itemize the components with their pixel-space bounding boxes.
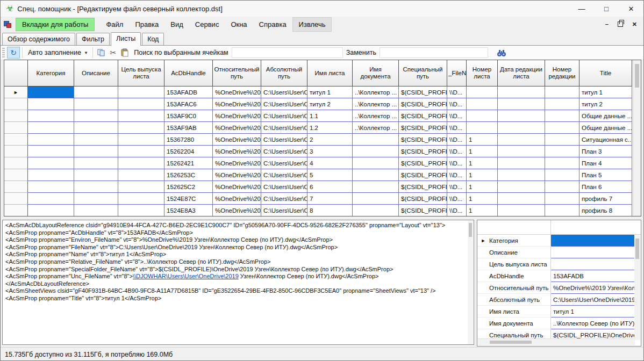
cell-abs_path[interactable]: C:\Users\User\O... <box>261 193 307 205</box>
cell-rev_date[interactable] <box>498 146 545 157</box>
cell-handle[interactable]: 1524E87C <box>164 193 213 205</box>
cell-category[interactable] <box>28 157 74 169</box>
cell-file_n[interactable]: \\D... <box>447 86 467 98</box>
cell-sheet_num[interactable]: 1 <box>467 181 498 193</box>
cell-rev_date[interactable] <box>498 134 545 146</box>
cell-sheet_num[interactable]: 1 <box>467 146 498 157</box>
column-header-5[interactable]: Абсолютный путь <box>261 60 307 86</box>
column-header-7[interactable]: Имя документа <box>353 60 399 86</box>
cell-title[interactable]: Ситуационная с... <box>579 134 632 146</box>
cell-description[interactable] <box>74 157 118 169</box>
cell-handle[interactable]: 152625C2 <box>164 181 213 193</box>
cell-category[interactable] <box>28 193 74 205</box>
cell-title[interactable]: профиль 7 <box>579 193 632 205</box>
cell-doc_name[interactable] <box>353 181 399 193</box>
cell-abs_path[interactable]: C:\Users\User\O... <box>261 122 307 134</box>
cell-sheet_name[interactable]: 8 <box>307 205 353 216</box>
scrollbar-thumb[interactable] <box>490 341 532 344</box>
row-selector[interactable] <box>4 157 28 169</box>
cell-doc_name[interactable]: ..\Коллектор ... <box>353 86 399 98</box>
find-button[interactable] <box>496 47 507 58</box>
cell-rel_path[interactable]: %OneDrive%\20... <box>213 86 261 98</box>
cell-file_n[interactable]: \\D... <box>447 134 467 146</box>
cell-file_n[interactable]: \\D... <box>447 169 467 181</box>
cell-special_path[interactable]: $(CSIDL_PROFI... <box>399 181 447 193</box>
cell-description[interactable] <box>74 98 118 110</box>
property-value[interactable]: 153AFADB <box>551 270 634 282</box>
column-header-2[interactable]: Цель выпуска листа <box>118 60 164 86</box>
cell-special_path[interactable]: $(CSIDL_PROFI... <box>399 134 447 146</box>
cell-file_n[interactable]: \\D... <box>447 110 467 122</box>
cell-sheet_num[interactable]: 1 <box>467 157 498 169</box>
property-value[interactable]: C:\Users\User\OneDrive\2019 <box>551 294 634 306</box>
grid-corner-cell[interactable] <box>4 60 28 86</box>
autofill-dropdown[interactable]: Авто заполнение ▾ <box>25 47 90 58</box>
cell-description[interactable] <box>74 122 118 134</box>
cell-rel_path[interactable]: %OneDrive%\20... <box>213 98 261 110</box>
cell-special_path[interactable]: $(CSIDL_PROFI... <box>399 86 447 98</box>
cell-purpose[interactable] <box>118 134 164 146</box>
cell-doc_name[interactable] <box>353 134 399 146</box>
cell-description[interactable] <box>74 146 118 157</box>
cell-handle[interactable]: 15262204 <box>164 146 213 157</box>
cell-category[interactable] <box>28 146 74 157</box>
property-row-selector[interactable] <box>477 247 489 258</box>
cell-purpose[interactable] <box>118 181 164 193</box>
cell-category[interactable] <box>28 169 74 181</box>
property-value[interactable] <box>551 247 634 258</box>
row-selector[interactable] <box>4 146 28 157</box>
cell-abs_path[interactable]: C:\Users\User\O... <box>261 86 307 98</box>
cell-purpose[interactable] <box>118 157 164 169</box>
cell-abs_path[interactable]: C:\Users\User\O... <box>261 169 307 181</box>
cell-rel_path[interactable]: %OneDrive%\20... <box>213 110 261 122</box>
cell-rev_num[interactable] <box>545 134 579 146</box>
cell-doc_name[interactable]: ..\Коллектор ... <box>353 98 399 110</box>
cell-rel_path[interactable]: %OneDrive%\20... <box>213 134 261 146</box>
cell-purpose[interactable] <box>118 86 164 98</box>
column-header-6[interactable]: Имя листа <box>307 60 353 86</box>
tab-3[interactable]: Код <box>142 33 164 45</box>
row-selector[interactable] <box>4 181 28 193</box>
property-row-selector[interactable] <box>477 270 489 282</box>
cell-title[interactable]: титул 1 <box>579 86 632 98</box>
property-row-selector[interactable] <box>477 306 489 317</box>
column-header-8[interactable]: Специальный путь <box>399 60 447 86</box>
column-header-3[interactable]: AcDbHandle <box>164 60 213 86</box>
cell-sheet_name[interactable]: титул 2 <box>307 98 353 110</box>
cell-category[interactable] <box>28 122 74 134</box>
cell-purpose[interactable] <box>118 146 164 157</box>
cell-title[interactable]: профиль 8 <box>579 205 632 216</box>
cell-doc_name[interactable] <box>353 146 399 157</box>
cell-special_path[interactable]: $(CSIDL_PROFI... <box>399 146 447 157</box>
cell-description[interactable] <box>74 169 118 181</box>
menu-extract[interactable]: Извлечь <box>292 17 332 32</box>
cell-sheet_name[interactable]: 2 <box>307 134 353 146</box>
tab-2[interactable]: Листы <box>111 32 141 46</box>
cell-sheet_num[interactable]: 1 <box>467 169 498 181</box>
cell-rev_date[interactable] <box>498 98 545 110</box>
cell-doc_name[interactable] <box>353 157 399 169</box>
cell-handle[interactable]: 153AFADB <box>164 86 213 98</box>
paste-button[interactable] <box>119 47 131 58</box>
cell-rev_num[interactable] <box>545 122 579 134</box>
cell-rev_num[interactable] <box>545 98 579 110</box>
cell-abs_path[interactable]: C:\Users\User\O... <box>261 146 307 157</box>
cell-sheet_name[interactable]: титул 1 <box>307 86 353 98</box>
cell-rev_num[interactable] <box>545 193 579 205</box>
mdi-restore-button[interactable] <box>618 21 623 27</box>
cell-special_path[interactable]: $(CSIDL_PROFI... <box>399 205 447 216</box>
cell-abs_path[interactable]: C:\Users\User\O... <box>261 134 307 146</box>
cell-purpose[interactable] <box>118 122 164 134</box>
row-selector[interactable] <box>4 205 28 216</box>
cell-description[interactable] <box>74 181 118 193</box>
cell-handle[interactable]: 153AF9AB <box>164 122 213 134</box>
cell-sheet_name[interactable]: 1.1 <box>307 110 353 122</box>
column-header-0[interactable]: Категория <box>28 60 74 86</box>
cell-rev_date[interactable] <box>498 205 545 216</box>
grid-vertical-scrollbar[interactable] <box>633 60 641 216</box>
cell-sheet_num[interactable]: 1 <box>467 193 498 205</box>
menu-item-5[interactable]: Справка <box>253 18 292 31</box>
close-button[interactable]: ✕ <box>619 1 643 17</box>
property-value[interactable]: ..\Коллектор Север (по ИТУ). <box>551 317 634 329</box>
menu-item-1[interactable]: Правка <box>129 18 164 31</box>
